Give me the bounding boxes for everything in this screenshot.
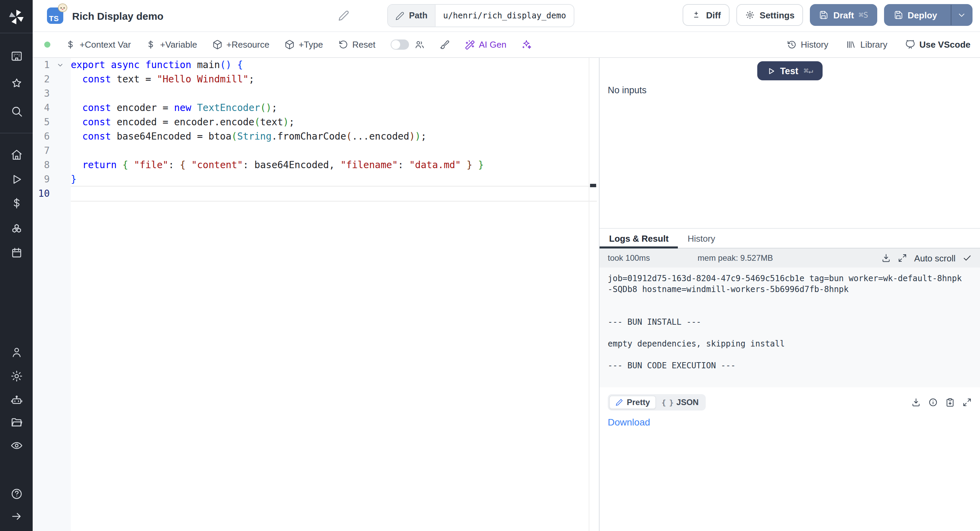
no-inputs-label: No inputs [608, 85, 646, 95]
help-icon [10, 487, 23, 500]
sidebar-item-variables[interactable] [0, 194, 33, 212]
line-number: 7 [33, 144, 50, 158]
code-text: const base64Encoded = btoa(String.fromCh… [71, 129, 426, 144]
line-number: 5 [33, 115, 50, 129]
sidebar-item-audit-logs[interactable] [0, 436, 33, 454]
reset-button[interactable]: Reset [338, 40, 375, 50]
edit-title-pencil-icon[interactable] [338, 10, 349, 21]
code-editor[interactable]: 1export async function main() {2 const t… [33, 58, 597, 531]
check-icon[interactable] [962, 253, 972, 263]
code-line: 4 const encoder = new TextEncoder(); [33, 101, 597, 115]
code-text: export async function main() { [71, 58, 243, 72]
add-type-button[interactable]: +Type [285, 40, 323, 50]
workers-icon [10, 393, 23, 406]
play-icon [766, 66, 775, 75]
path-value: u/henri/rich_display_demo [436, 5, 573, 27]
dollar-icon [146, 40, 156, 50]
sidebar-item-folders[interactable] [0, 413, 33, 431]
reset-icon [338, 40, 348, 50]
ai-gen-button[interactable]: AI Gen [465, 40, 506, 50]
draft-shortcut: ⌘S [859, 10, 869, 20]
toolbar-right: History Library Use VScode [786, 40, 970, 50]
deploy-button[interactable]: Deploy [884, 4, 972, 26]
pencil-icon [395, 11, 404, 20]
package-icon [285, 40, 295, 50]
result-view-toggle: Pretty { } JSON [608, 394, 705, 410]
result-view: Pretty { } JSON [600, 387, 980, 531]
line-number: 6 [33, 129, 50, 144]
history-clock-icon [786, 40, 797, 50]
diff-button[interactable]: Diff [683, 4, 730, 26]
resources-icon [10, 222, 23, 234]
sidebar-item-schedules[interactable] [0, 244, 33, 262]
settings-button[interactable]: Settings [737, 4, 803, 26]
download-result-link[interactable]: Download [608, 417, 650, 427]
bun-logo-icon [58, 3, 67, 12]
package-icon [212, 40, 222, 50]
sidebar-item-user[interactable] [0, 343, 33, 361]
expand-result-icon[interactable] [962, 397, 972, 407]
sidebar-item-resources[interactable] [0, 219, 33, 237]
log-output[interactable]: job=01912d75-163d-8204-47c9-5469c516cb1e… [600, 268, 980, 387]
deploy-dropdown-button[interactable] [951, 5, 972, 25]
sparkles-icon [521, 40, 531, 50]
format-brush-button[interactable] [439, 40, 450, 50]
add-variable-button[interactable]: +Variable [146, 40, 197, 50]
line-number: 4 [33, 101, 50, 115]
line-number: 1 [33, 58, 50, 72]
sidebar-item-settings[interactable] [0, 367, 33, 384]
main-area: TS Rich Display demo Path u/henri/rich_d… [33, 0, 980, 531]
line-number: 10 [33, 187, 50, 201]
sidebar-item-apps[interactable] [0, 47, 33, 65]
test-button[interactable]: Test ⌘↵ [757, 61, 822, 80]
sidebar-item-help[interactable] [0, 485, 33, 502]
typescript-bun-badge: TS [47, 8, 63, 24]
code-line: 8 return { "file": { "content": base64En… [33, 158, 597, 172]
ai-sparkles-button[interactable] [521, 40, 531, 50]
add-context-var-button[interactable]: +Context Var [65, 40, 131, 50]
info-icon[interactable] [928, 397, 938, 407]
code-line: 7 [33, 144, 597, 158]
tab-logs-result[interactable]: Logs & Result [600, 229, 678, 248]
users-button[interactable] [414, 40, 424, 50]
library-button[interactable]: Library [846, 40, 888, 50]
sidebar-item-runs[interactable] [0, 170, 33, 188]
users-icon [414, 40, 424, 50]
sidebar-item-search[interactable] [0, 102, 33, 120]
chevron-down-icon [957, 10, 966, 20]
tab-history[interactable]: History [678, 229, 725, 248]
line-number: 8 [33, 158, 50, 172]
collab-toggle[interactable] [390, 40, 409, 50]
audit-logs-icon [10, 439, 23, 452]
windmill-logo[interactable] [0, 8, 33, 27]
home-icon [10, 148, 23, 161]
expand-logs-icon[interactable] [898, 253, 907, 263]
schedules-icon [10, 246, 23, 259]
sidebar-item-favorites[interactable] [0, 74, 33, 92]
editor-toolbar: +Context Var +Variable +Resource +Type R… [33, 32, 980, 58]
download-logs-icon[interactable] [882, 253, 891, 263]
overview-ruler[interactable] [589, 58, 597, 531]
sidebar-item-workers[interactable] [0, 391, 33, 408]
favorites-icon [10, 77, 23, 89]
sidebar-item-home[interactable] [0, 146, 33, 163]
path-edit-button[interactable]: Path [388, 5, 436, 27]
view-json-option[interactable]: { } JSON [656, 396, 704, 408]
lang-label: TS [49, 14, 59, 22]
history-button[interactable]: History [786, 40, 828, 50]
path-control[interactable]: Path u/henri/rich_display_demo [387, 4, 574, 27]
brush-icon [439, 40, 450, 50]
view-pretty-option[interactable]: Pretty [609, 395, 656, 409]
copy-clipboard-icon[interactable] [945, 397, 955, 407]
add-resource-button[interactable]: +Resource [212, 40, 269, 50]
sidebar-item-collapse[interactable] [0, 507, 33, 525]
header-left: TS Rich Display demo [47, 0, 163, 31]
auto-scroll-label[interactable]: Auto scroll [914, 253, 956, 263]
draft-button[interactable]: Draft ⌘S [810, 4, 877, 26]
code-line: 6 const base64Encoded = btoa(String.from… [33, 129, 597, 144]
vscode-icon [905, 40, 915, 50]
fold-chevron-icon[interactable] [56, 61, 64, 69]
apps-icon [10, 49, 23, 62]
download-result-icon[interactable] [911, 397, 921, 407]
use-vscode-button[interactable]: Use VScode [905, 40, 970, 50]
